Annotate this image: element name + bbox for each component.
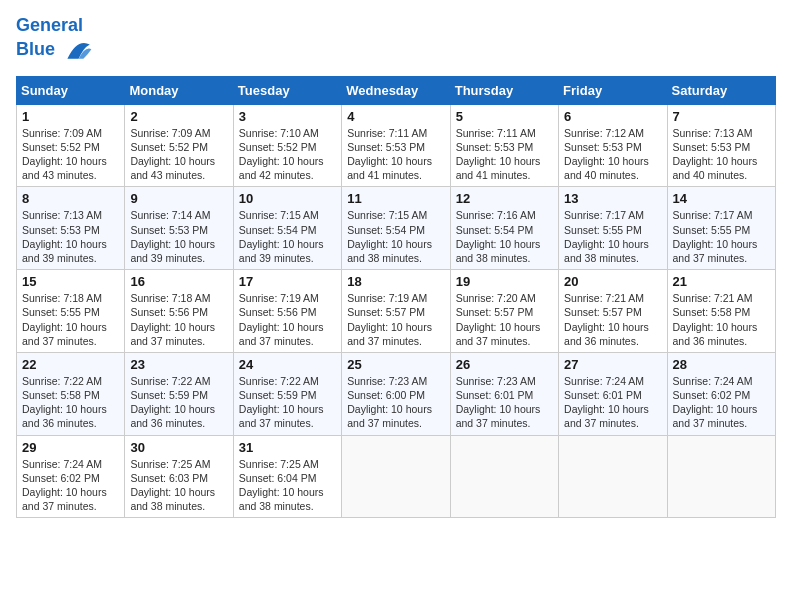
- calendar-cell: 30 Sunrise: 7:25 AM Sunset: 6:03 PM Dayl…: [125, 435, 233, 518]
- day-number: 11: [347, 191, 444, 206]
- day-number: 14: [673, 191, 770, 206]
- day-info: Sunrise: 7:13 AM Sunset: 5:53 PM Dayligh…: [673, 126, 770, 183]
- col-header-sunday: Sunday: [17, 76, 125, 104]
- day-number: 30: [130, 440, 227, 455]
- day-info: Sunrise: 7:22 AM Sunset: 5:59 PM Dayligh…: [130, 374, 227, 431]
- col-header-thursday: Thursday: [450, 76, 558, 104]
- calendar-cell: 18 Sunrise: 7:19 AM Sunset: 5:57 PM Dayl…: [342, 270, 450, 353]
- day-number: 28: [673, 357, 770, 372]
- calendar-cell: [667, 435, 775, 518]
- calendar-cell: 11 Sunrise: 7:15 AM Sunset: 5:54 PM Dayl…: [342, 187, 450, 270]
- calendar-cell: 13 Sunrise: 7:17 AM Sunset: 5:55 PM Dayl…: [559, 187, 667, 270]
- day-info: Sunrise: 7:24 AM Sunset: 6:01 PM Dayligh…: [564, 374, 661, 431]
- calendar-cell: 24 Sunrise: 7:22 AM Sunset: 5:59 PM Dayl…: [233, 352, 341, 435]
- col-header-monday: Monday: [125, 76, 233, 104]
- day-number: 6: [564, 109, 661, 124]
- calendar-cell: 27 Sunrise: 7:24 AM Sunset: 6:01 PM Dayl…: [559, 352, 667, 435]
- day-number: 22: [22, 357, 119, 372]
- calendar-cell: 14 Sunrise: 7:17 AM Sunset: 5:55 PM Dayl…: [667, 187, 775, 270]
- day-number: 10: [239, 191, 336, 206]
- calendar-cell: 23 Sunrise: 7:22 AM Sunset: 5:59 PM Dayl…: [125, 352, 233, 435]
- day-number: 2: [130, 109, 227, 124]
- calendar-header-row: SundayMondayTuesdayWednesdayThursdayFrid…: [17, 76, 776, 104]
- day-info: Sunrise: 7:23 AM Sunset: 6:00 PM Dayligh…: [347, 374, 444, 431]
- day-info: Sunrise: 7:19 AM Sunset: 5:56 PM Dayligh…: [239, 291, 336, 348]
- day-info: Sunrise: 7:17 AM Sunset: 5:55 PM Dayligh…: [564, 208, 661, 265]
- calendar-cell: [450, 435, 558, 518]
- day-number: 13: [564, 191, 661, 206]
- day-info: Sunrise: 7:21 AM Sunset: 5:58 PM Dayligh…: [673, 291, 770, 348]
- calendar-cell: 5 Sunrise: 7:11 AM Sunset: 5:53 PM Dayli…: [450, 104, 558, 187]
- calendar-cell: 22 Sunrise: 7:22 AM Sunset: 5:58 PM Dayl…: [17, 352, 125, 435]
- calendar-week-4: 22 Sunrise: 7:22 AM Sunset: 5:58 PM Dayl…: [17, 352, 776, 435]
- day-number: 16: [130, 274, 227, 289]
- day-number: 27: [564, 357, 661, 372]
- day-info: Sunrise: 7:14 AM Sunset: 5:53 PM Dayligh…: [130, 208, 227, 265]
- day-info: Sunrise: 7:12 AM Sunset: 5:53 PM Dayligh…: [564, 126, 661, 183]
- day-number: 4: [347, 109, 444, 124]
- day-number: 26: [456, 357, 553, 372]
- calendar-cell: 17 Sunrise: 7:19 AM Sunset: 5:56 PM Dayl…: [233, 270, 341, 353]
- day-info: Sunrise: 7:18 AM Sunset: 5:56 PM Dayligh…: [130, 291, 227, 348]
- day-number: 3: [239, 109, 336, 124]
- logo-icon: [61, 36, 93, 64]
- day-number: 29: [22, 440, 119, 455]
- day-info: Sunrise: 7:17 AM Sunset: 5:55 PM Dayligh…: [673, 208, 770, 265]
- calendar-cell: 10 Sunrise: 7:15 AM Sunset: 5:54 PM Dayl…: [233, 187, 341, 270]
- calendar-cell: 20 Sunrise: 7:21 AM Sunset: 5:57 PM Dayl…: [559, 270, 667, 353]
- calendar-cell: [342, 435, 450, 518]
- calendar-cell: 16 Sunrise: 7:18 AM Sunset: 5:56 PM Dayl…: [125, 270, 233, 353]
- day-info: Sunrise: 7:24 AM Sunset: 6:02 PM Dayligh…: [673, 374, 770, 431]
- calendar-table: SundayMondayTuesdayWednesdayThursdayFrid…: [16, 76, 776, 518]
- calendar-cell: 21 Sunrise: 7:21 AM Sunset: 5:58 PM Dayl…: [667, 270, 775, 353]
- calendar-cell: 29 Sunrise: 7:24 AM Sunset: 6:02 PM Dayl…: [17, 435, 125, 518]
- calendar-week-3: 15 Sunrise: 7:18 AM Sunset: 5:55 PM Dayl…: [17, 270, 776, 353]
- calendar-cell: 28 Sunrise: 7:24 AM Sunset: 6:02 PM Dayl…: [667, 352, 775, 435]
- col-header-wednesday: Wednesday: [342, 76, 450, 104]
- logo-text: General: [16, 16, 93, 36]
- day-info: Sunrise: 7:18 AM Sunset: 5:55 PM Dayligh…: [22, 291, 119, 348]
- calendar-cell: 7 Sunrise: 7:13 AM Sunset: 5:53 PM Dayli…: [667, 104, 775, 187]
- calendar-cell: 19 Sunrise: 7:20 AM Sunset: 5:57 PM Dayl…: [450, 270, 558, 353]
- calendar-week-2: 8 Sunrise: 7:13 AM Sunset: 5:53 PM Dayli…: [17, 187, 776, 270]
- calendar-cell: 25 Sunrise: 7:23 AM Sunset: 6:00 PM Dayl…: [342, 352, 450, 435]
- day-number: 31: [239, 440, 336, 455]
- calendar-cell: 26 Sunrise: 7:23 AM Sunset: 6:01 PM Dayl…: [450, 352, 558, 435]
- day-number: 9: [130, 191, 227, 206]
- calendar-cell: 4 Sunrise: 7:11 AM Sunset: 5:53 PM Dayli…: [342, 104, 450, 187]
- day-info: Sunrise: 7:24 AM Sunset: 6:02 PM Dayligh…: [22, 457, 119, 514]
- day-info: Sunrise: 7:25 AM Sunset: 6:04 PM Dayligh…: [239, 457, 336, 514]
- day-info: Sunrise: 7:15 AM Sunset: 5:54 PM Dayligh…: [347, 208, 444, 265]
- day-number: 25: [347, 357, 444, 372]
- day-info: Sunrise: 7:22 AM Sunset: 5:59 PM Dayligh…: [239, 374, 336, 431]
- day-number: 1: [22, 109, 119, 124]
- day-info: Sunrise: 7:10 AM Sunset: 5:52 PM Dayligh…: [239, 126, 336, 183]
- day-info: Sunrise: 7:09 AM Sunset: 5:52 PM Dayligh…: [22, 126, 119, 183]
- calendar-cell: 3 Sunrise: 7:10 AM Sunset: 5:52 PM Dayli…: [233, 104, 341, 187]
- day-info: Sunrise: 7:25 AM Sunset: 6:03 PM Dayligh…: [130, 457, 227, 514]
- col-header-saturday: Saturday: [667, 76, 775, 104]
- day-number: 19: [456, 274, 553, 289]
- col-header-friday: Friday: [559, 76, 667, 104]
- day-number: 21: [673, 274, 770, 289]
- day-info: Sunrise: 7:23 AM Sunset: 6:01 PM Dayligh…: [456, 374, 553, 431]
- day-number: 5: [456, 109, 553, 124]
- day-number: 24: [239, 357, 336, 372]
- day-number: 17: [239, 274, 336, 289]
- day-number: 15: [22, 274, 119, 289]
- day-number: 18: [347, 274, 444, 289]
- day-info: Sunrise: 7:13 AM Sunset: 5:53 PM Dayligh…: [22, 208, 119, 265]
- day-info: Sunrise: 7:15 AM Sunset: 5:54 PM Dayligh…: [239, 208, 336, 265]
- calendar-cell: 8 Sunrise: 7:13 AM Sunset: 5:53 PM Dayli…: [17, 187, 125, 270]
- day-number: 23: [130, 357, 227, 372]
- calendar-cell: 6 Sunrise: 7:12 AM Sunset: 5:53 PM Dayli…: [559, 104, 667, 187]
- calendar-cell: 15 Sunrise: 7:18 AM Sunset: 5:55 PM Dayl…: [17, 270, 125, 353]
- day-info: Sunrise: 7:16 AM Sunset: 5:54 PM Dayligh…: [456, 208, 553, 265]
- day-number: 12: [456, 191, 553, 206]
- day-number: 8: [22, 191, 119, 206]
- calendar-cell: 1 Sunrise: 7:09 AM Sunset: 5:52 PM Dayli…: [17, 104, 125, 187]
- page-header: General Blue: [16, 16, 776, 64]
- day-info: Sunrise: 7:21 AM Sunset: 5:57 PM Dayligh…: [564, 291, 661, 348]
- col-header-tuesday: Tuesday: [233, 76, 341, 104]
- day-number: 20: [564, 274, 661, 289]
